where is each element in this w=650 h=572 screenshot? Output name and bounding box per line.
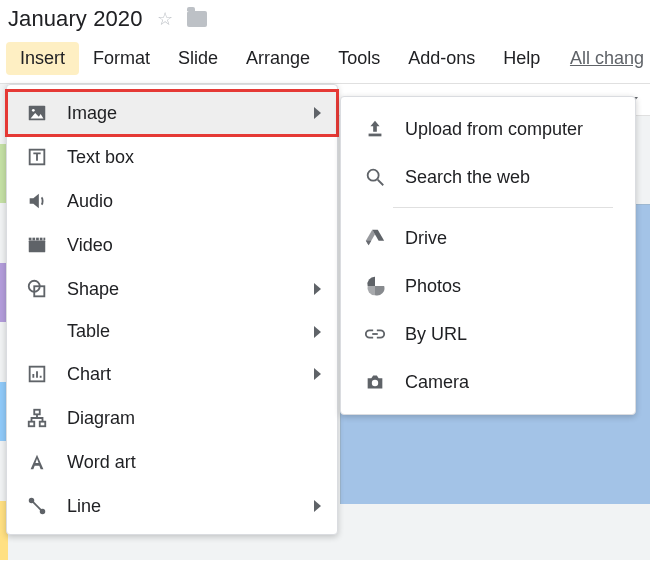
wordart-icon — [25, 450, 49, 474]
chevron-right-icon — [314, 326, 321, 338]
chevron-right-icon — [314, 283, 321, 295]
image-icon — [25, 101, 49, 125]
menubar: Insert Format Slide Arrange Tools Add-on… — [0, 36, 650, 84]
diagram-icon — [25, 406, 49, 430]
photos-icon — [363, 274, 387, 298]
save-status-link[interactable]: All chang — [570, 48, 644, 69]
menu-item-diagram[interactable]: Diagram — [7, 396, 337, 440]
submenu-item-label: Photos — [405, 276, 461, 297]
submenu-item-label: By URL — [405, 324, 467, 345]
submenu-item-camera[interactable]: Camera — [341, 358, 635, 406]
upload-icon — [363, 117, 387, 141]
chart-icon — [25, 362, 49, 386]
menu-item-label: Line — [67, 496, 101, 517]
drive-icon — [363, 226, 387, 250]
menu-item-label: Audio — [67, 191, 113, 212]
submenu-item-search[interactable]: Search the web — [341, 153, 635, 201]
submenu-item-drive[interactable]: Drive — [341, 214, 635, 262]
menu-insert[interactable]: Insert — [6, 42, 79, 75]
submenu-item-label: Upload from computer — [405, 119, 583, 140]
submenu-item-label: Camera — [405, 372, 469, 393]
submenu-item-label: Search the web — [405, 167, 530, 188]
menu-item-table[interactable]: Table — [7, 311, 337, 352]
workspace: Image Text box Audio Video Shape — [0, 84, 650, 560]
svg-point-1 — [32, 109, 35, 112]
menu-item-label: Shape — [67, 279, 119, 300]
separator — [393, 207, 613, 208]
svg-rect-13 — [29, 422, 35, 427]
submenu-item-url[interactable]: By URL — [341, 310, 635, 358]
folder-icon[interactable] — [187, 11, 207, 27]
camera-icon — [363, 370, 387, 394]
chevron-right-icon — [314, 500, 321, 512]
menu-item-label: Image — [67, 103, 117, 124]
svg-rect-5 — [32, 238, 35, 241]
video-icon — [25, 233, 49, 257]
svg-rect-12 — [34, 410, 40, 415]
menu-item-image[interactable]: Image — [7, 91, 337, 135]
svg-rect-6 — [36, 238, 39, 241]
audio-icon — [25, 189, 49, 213]
submenu-item-upload[interactable]: Upload from computer — [341, 105, 635, 153]
menu-item-chart[interactable]: Chart — [7, 352, 337, 396]
svg-point-19 — [368, 170, 379, 181]
search-icon — [363, 165, 387, 189]
textbox-icon — [25, 145, 49, 169]
menu-tools[interactable]: Tools — [324, 42, 394, 75]
menu-item-label: Table — [67, 321, 110, 342]
svg-rect-8 — [43, 238, 45, 241]
link-icon — [363, 322, 387, 346]
menu-item-label: Word art — [67, 452, 136, 473]
svg-line-20 — [378, 180, 384, 186]
submenu-item-label: Drive — [405, 228, 447, 249]
menu-arrange[interactable]: Arrange — [232, 42, 324, 75]
svg-rect-14 — [40, 422, 46, 427]
svg-rect-18 — [369, 134, 382, 137]
menu-help[interactable]: Help — [489, 42, 554, 75]
menu-item-textbox[interactable]: Text box — [7, 135, 337, 179]
menu-item-audio[interactable]: Audio — [7, 179, 337, 223]
menu-item-label: Diagram — [67, 408, 135, 429]
menu-addons[interactable]: Add-ons — [394, 42, 489, 75]
svg-rect-4 — [29, 238, 32, 241]
menu-item-label: Text box — [67, 147, 134, 168]
svg-rect-3 — [29, 240, 46, 252]
svg-rect-7 — [40, 238, 43, 241]
chevron-right-icon — [314, 368, 321, 380]
chevron-right-icon — [314, 107, 321, 119]
document-title[interactable]: January 2020 — [8, 6, 143, 32]
shape-icon — [25, 277, 49, 301]
menu-item-label: Video — [67, 235, 113, 256]
svg-line-17 — [32, 501, 41, 510]
menu-item-line[interactable]: Line — [7, 484, 337, 528]
menu-item-shape[interactable]: Shape — [7, 267, 337, 311]
menu-slide[interactable]: Slide — [164, 42, 232, 75]
submenu-item-photos[interactable]: Photos — [341, 262, 635, 310]
image-submenu: Upload from computer Search the web Driv… — [340, 96, 636, 415]
insert-dropdown: Image Text box Audio Video Shape — [6, 84, 338, 535]
line-icon — [25, 494, 49, 518]
title-bar: January 2020 ☆ — [0, 0, 650, 36]
menu-format[interactable]: Format — [79, 42, 164, 75]
menu-item-video[interactable]: Video — [7, 223, 337, 267]
menu-item-wordart[interactable]: Word art — [7, 440, 337, 484]
svg-point-21 — [372, 380, 378, 386]
star-icon[interactable]: ☆ — [157, 8, 173, 30]
menu-item-label: Chart — [67, 364, 111, 385]
